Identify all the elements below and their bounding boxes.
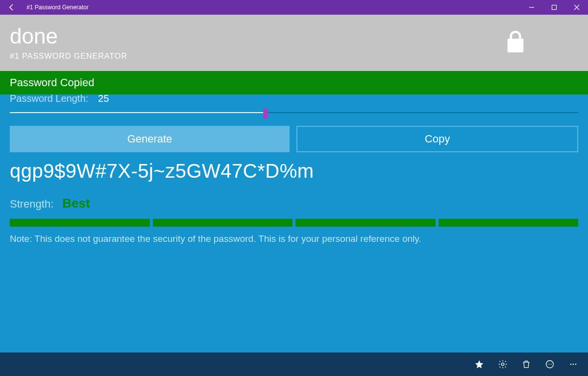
- generate-button[interactable]: Generate: [10, 126, 290, 152]
- delete-icon[interactable]: [514, 352, 538, 376]
- back-button[interactable]: [0, 0, 24, 15]
- title-bar: #1 Password Generator: [0, 0, 588, 15]
- svg-point-5: [549, 364, 550, 365]
- slider-thumb[interactable]: [263, 108, 268, 119]
- strength-label: Strength:: [10, 198, 53, 211]
- maximize-button[interactable]: [543, 0, 565, 15]
- command-bar: [0, 352, 588, 376]
- svg-point-8: [573, 364, 574, 365]
- strength-value: Best: [62, 196, 90, 211]
- app-title: #1 PASSWORD GENERATOR: [10, 52, 588, 61]
- close-button[interactable]: [565, 0, 588, 15]
- length-label: Password Length:: [10, 93, 88, 104]
- button-row: Generate Copy: [10, 126, 578, 152]
- strength-bar-3: [295, 219, 436, 227]
- strength-bar-2: [153, 219, 293, 227]
- length-slider[interactable]: [10, 107, 578, 119]
- settings-icon[interactable]: [491, 352, 514, 376]
- strength-bar-4: [439, 219, 579, 227]
- window-title: #1 Password Generator: [24, 4, 89, 11]
- lock-icon: [502, 28, 529, 58]
- svg-point-4: [548, 364, 549, 365]
- copy-button-label: Copy: [425, 133, 450, 145]
- strength-row: Strength: Best: [10, 196, 578, 211]
- strength-meter: [10, 219, 578, 227]
- header-status: done: [10, 25, 588, 47]
- security-note: Note: This does not guarantee the securi…: [10, 234, 578, 244]
- more-circle-icon[interactable]: [538, 352, 562, 376]
- copy-button[interactable]: Copy: [296, 126, 578, 152]
- favorite-icon[interactable]: [467, 352, 491, 376]
- app-header: done #1 PASSWORD GENERATOR: [0, 15, 588, 71]
- svg-point-6: [551, 364, 552, 365]
- status-banner: Password Copied: [0, 71, 588, 94]
- svg-point-9: [575, 364, 577, 365]
- svg-point-7: [570, 364, 572, 365]
- svg-rect-1: [552, 5, 557, 10]
- main-content: Password Length: 25 Generate Copy qgp9$9…: [0, 94, 588, 352]
- length-row: Password Length: 25: [10, 92, 578, 105]
- minimize-button[interactable]: [520, 0, 543, 15]
- more-icon[interactable]: [562, 352, 585, 376]
- password-output: qgp9$9W#7X-5j~z5GW47C*D%m: [10, 160, 578, 182]
- slider-fill: [10, 112, 266, 113]
- strength-bar-1: [10, 219, 150, 227]
- length-value: 25: [98, 93, 109, 104]
- generate-button-label: Generate: [127, 133, 172, 145]
- svg-point-2: [501, 363, 504, 365]
- status-message: Password Copied: [10, 76, 94, 89]
